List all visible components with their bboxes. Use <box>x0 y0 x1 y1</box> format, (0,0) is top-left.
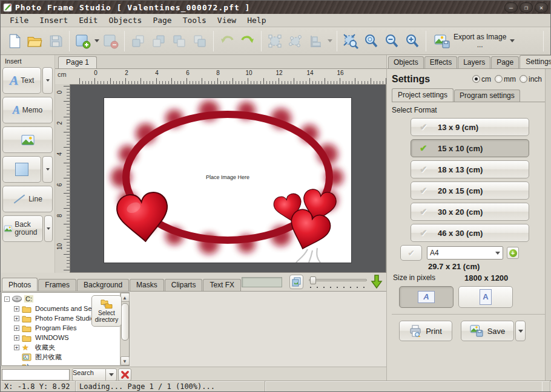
export-as-image-button[interactable]: Export as Image... <box>429 30 520 53</box>
restore-icon[interactable]: ❐ <box>520 2 533 13</box>
format-20x15-button[interactable]: ✔20 x 15 (cm) <box>411 181 529 200</box>
transform-select-button[interactable] <box>265 30 285 52</box>
tree-label[interactable]: Photo Frame Studio <box>34 315 96 322</box>
tab-background[interactable]: Background <box>77 279 129 291</box>
open-button[interactable] <box>25 30 45 52</box>
zoom-in-button[interactable] <box>402 30 423 52</box>
paper-size-select[interactable]: A4 <box>427 246 503 260</box>
tab-textfx[interactable]: Text FX <box>203 279 241 291</box>
tree-item-clipped[interactable] <box>4 362 120 365</box>
tab-objects[interactable]: Objects <box>388 56 424 68</box>
tab-cliparts[interactable]: Cliparts <box>165 279 203 291</box>
menu-view[interactable]: View <box>212 15 242 25</box>
save-image-button[interactable]: Save <box>461 321 514 341</box>
insert-line-button[interactable]: Line <box>2 186 53 212</box>
search-input[interactable] <box>2 369 70 381</box>
tab-page[interactable]: Page <box>491 56 519 68</box>
tree-label[interactable]: 图片收藏 <box>34 353 63 362</box>
insert-image-panel-button[interactable] <box>2 126 53 153</box>
menu-edit[interactable]: Edit <box>73 15 103 25</box>
transform-distort-button[interactable] <box>285 30 306 52</box>
menu-help[interactable]: Help <box>242 15 271 25</box>
format-46x30-button[interactable]: ✔46 x 30 (cm) <box>411 224 529 242</box>
format-13x9-button[interactable]: ✔13 x 9 (cm) <box>411 118 529 136</box>
slider-track[interactable] <box>309 279 366 281</box>
bring-to-front-button[interactable] <box>128 30 148 52</box>
menu-insert[interactable]: Insert <box>34 15 73 25</box>
close-icon[interactable]: ✕ <box>535 2 548 13</box>
insert-shape-button[interactable] <box>2 156 41 183</box>
landscape-button[interactable]: A <box>399 286 454 308</box>
insert-image-button[interactable] <box>73 30 93 52</box>
tab-project-settings[interactable]: Project settings <box>392 88 454 102</box>
page-tab[interactable]: Page 1 <box>58 56 97 68</box>
undo-button[interactable] <box>217 30 237 52</box>
format-30x20-button[interactable]: ✔30 x 20 (cm) <box>411 203 529 221</box>
format-18x13-button[interactable]: ✔18 x 13 (cm) <box>411 160 529 178</box>
search-button[interactable]: Search <box>72 368 106 381</box>
tab-effects[interactable]: Effects <box>424 56 457 68</box>
portrait-button[interactable]: A <box>458 286 513 308</box>
insert-image-dropdown[interactable] <box>93 30 101 52</box>
menu-page[interactable]: Page <box>147 15 177 25</box>
expand-panel-button[interactable] <box>371 274 383 290</box>
search-dropdown[interactable] <box>106 368 117 381</box>
tree-label[interactable]: C: <box>24 295 33 302</box>
menu-file[interactable]: File <box>4 15 34 25</box>
menu-objects[interactable]: Objects <box>104 15 148 25</box>
align-button[interactable] <box>306 30 326 52</box>
tree-item[interactable]: + WINDOWS <box>4 333 120 342</box>
expand-icon[interactable]: + <box>14 345 19 350</box>
tree-label[interactable]: WINDOWS <box>34 334 70 341</box>
tree-item[interactable]: 图片收藏 <box>4 352 120 362</box>
insert-background-dropdown[interactable] <box>44 215 53 242</box>
zoom-slider[interactable] <box>309 276 366 288</box>
clear-search-button[interactable] <box>118 368 131 381</box>
scroll-down-icon[interactable]: ▼ <box>120 356 130 365</box>
save-dropdown[interactable] <box>515 321 526 341</box>
print-button[interactable]: Print <box>399 321 452 341</box>
new-button[interactable] <box>4 30 25 52</box>
tab-layers[interactable]: Layers <box>458 56 490 68</box>
tree-label[interactable]: 收藏夹 <box>34 343 56 352</box>
send-to-back-button[interactable] <box>190 30 210 52</box>
document-page[interactable]: Place Image Here <box>104 98 351 263</box>
tab-photos[interactable]: Photos <box>2 278 38 291</box>
unit-mm-radio[interactable]: mm <box>495 75 516 83</box>
tree-label[interactable]: Program Files <box>34 324 78 332</box>
scrollbar-thumb[interactable] <box>121 303 129 341</box>
insert-shape-dropdown[interactable] <box>42 156 53 183</box>
insert-background-button[interactable]: Back ground <box>2 215 43 242</box>
save-button[interactable] <box>45 30 66 52</box>
canvas-workspace[interactable]: Place Image Here <box>70 84 386 273</box>
slider-thumb[interactable] <box>310 276 316 284</box>
zoom-out-button[interactable] <box>381 30 402 52</box>
tab-masks[interactable]: Masks <box>130 279 164 291</box>
paper-format-check-button[interactable]: ✔ <box>400 245 422 261</box>
expand-icon[interactable]: + <box>14 325 19 331</box>
insert-text-dropdown[interactable] <box>42 67 53 94</box>
expand-icon[interactable]: + <box>14 335 19 341</box>
bring-forward-button[interactable] <box>148 30 169 52</box>
unit-inch-radio[interactable]: inch <box>520 75 542 83</box>
expand-icon[interactable]: + <box>14 306 19 312</box>
insert-memo-button[interactable]: AMemo <box>2 97 53 123</box>
format-15x10-button[interactable]: ✔15 x 10 (cm) <box>411 139 529 157</box>
minimize-icon[interactable]: – <box>504 2 518 13</box>
zoom-original-button[interactable] <box>361 30 381 52</box>
fit-to-window-button[interactable] <box>340 30 361 52</box>
menu-tools[interactable]: Tools <box>177 15 212 25</box>
tree-item[interactable]: + ★ 收藏夹 <box>4 342 120 352</box>
send-backward-button[interactable] <box>169 30 190 52</box>
tab-settings[interactable]: Settings <box>520 55 551 68</box>
right-panel-scrollbar[interactable] <box>545 69 551 381</box>
expand-icon[interactable]: + <box>14 316 19 321</box>
add-paper-size-button[interactable]: + <box>507 247 519 259</box>
collapse-icon[interactable]: - <box>4 296 10 302</box>
remove-image-button[interactable] <box>101 30 121 52</box>
copy-page-button[interactable] <box>289 275 303 289</box>
align-dropdown[interactable] <box>326 30 334 52</box>
tab-program-settings[interactable]: Program settings <box>454 90 520 102</box>
select-directory-button[interactable]: Select directory <box>91 295 122 327</box>
unit-cm-radio[interactable]: cm <box>472 75 491 83</box>
